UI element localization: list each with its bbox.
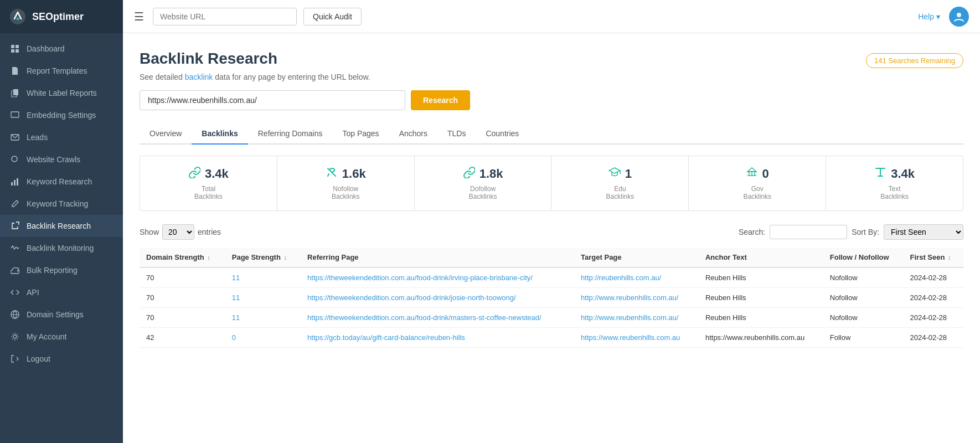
referring-page-link[interactable]: https://theweekendedition.com.au/food-dr… [307,313,541,322]
svg-rect-8 [13,89,18,95]
hamburger-button[interactable]: ☰ [134,10,144,23]
tab-overview[interactable]: Overview [140,123,192,145]
backlink-link[interactable]: backlink [185,73,213,81]
sidebar-item-embedding[interactable]: Embedding Settings [0,104,123,126]
sidebar-item-label: Leads [27,133,48,142]
col-page-strength[interactable]: Page Strength ↕ [225,248,301,267]
tabs: Overview Backlinks Referring Domains Top… [140,123,963,145]
sidebar: SEOptimer Dashboard Report Templates Whi… [0,0,123,443]
referring-page-link[interactable]: https://theweekendedition.com.au/food-dr… [307,274,533,282]
target-page-link[interactable]: http://www.reubenhills.com.au/ [581,293,678,302]
stat-value: 3.4k [837,166,952,182]
sidebar-item-label: Backlink Research [27,222,91,230]
sidebar-item-report-templates[interactable]: Report Templates [0,60,123,82]
svg-rect-18 [17,178,18,186]
sidebar-item-my-account[interactable]: My Account [0,326,123,348]
table-body: 70 11 https://theweekendedition.com.au/f… [140,267,963,348]
stat-total-backlinks: 3.4k TotalBacklinks [140,156,277,210]
user-avatar[interactable] [949,7,969,27]
cell-page-strength: 11 [225,288,301,308]
page-strength-link[interactable]: 11 [232,313,240,322]
sidebar-logo[interactable]: SEOptimer [0,0,123,33]
stat-edu-backlinks: 1 EduBacklinks [551,156,689,210]
sort-select[interactable]: First Seen Domain Strength Page Strength [884,224,963,240]
url-input[interactable] [140,90,405,110]
cell-anchor-text: Reuben Hills [699,308,823,328]
logo-icon [9,8,27,25]
edu-icon [608,166,621,182]
table-search-input[interactable] [770,225,847,239]
tab-tlds[interactable]: TLDs [437,123,476,145]
tab-backlinks[interactable]: Backlinks [192,123,247,145]
research-button[interactable]: Research [411,90,470,110]
svg-rect-17 [14,180,16,186]
monitor-icon [10,110,20,120]
sidebar-item-website-crawls[interactable]: Website Crawls [0,148,123,171]
file-icon [10,66,20,76]
page-title: Backlink Research [140,50,277,68]
referring-page-link[interactable]: https://gcb.today/au/gift-card-balance/r… [307,333,465,342]
entries-select[interactable]: 20 10 50 100 [162,224,194,240]
stat-label: NofollowBacklinks [288,185,403,200]
entries-label: entries [198,228,221,236]
svg-rect-16 [11,182,13,186]
sidebar-item-backlink-research[interactable]: Backlink Research [0,215,123,237]
bar-chart-icon [10,177,20,187]
main-wrapper: ☰ Quick Audit Help ▾ Backlink Research 1… [123,0,980,443]
cell-first-seen: 2024-02-28 [904,308,963,328]
help-label: Help [918,12,934,21]
quick-audit-button[interactable]: Quick Audit [303,8,362,25]
page-strength-link[interactable]: 11 [232,274,240,282]
tab-top-pages[interactable]: Top Pages [332,123,389,145]
cell-referring-page: https://theweekendedition.com.au/food-dr… [301,308,574,328]
svg-marker-32 [747,168,756,172]
svg-rect-28 [749,172,750,176]
svg-line-19 [15,222,19,226]
table-row: 70 11 https://theweekendedition.com.au/f… [140,308,963,328]
svg-rect-5 [16,49,19,53]
cell-anchor-text: Reuben Hills [699,267,823,288]
searches-remaining-badge: 141 Searches Remaining [866,53,963,68]
sidebar-item-white-label[interactable]: White Label Reports [0,82,123,104]
show-label: Show [140,228,159,236]
table-row: 70 11 https://theweekendedition.com.au/f… [140,288,963,308]
col-domain-strength[interactable]: Domain Strength ↕ [140,248,225,267]
sidebar-item-domain-settings[interactable]: Domain Settings [0,303,123,326]
stat-number: 1.8k [479,167,503,181]
sidebar-item-api[interactable]: API [0,281,123,303]
page-strength-link[interactable]: 0 [232,333,236,342]
sidebar-item-keyword-tracking[interactable]: Keyword Tracking [0,193,123,215]
table-controls-right: Search: Sort By: First Seen Domain Stren… [739,224,963,240]
referring-page-link[interactable]: https://theweekendedition.com.au/food-dr… [307,293,516,302]
copy-icon [10,88,20,98]
sidebar-item-bulk-reporting[interactable]: Bulk Reporting [0,259,123,281]
help-button[interactable]: Help ▾ [918,12,940,21]
cell-domain-strength: 42 [140,328,225,348]
cell-target-page: https://www.reubenhills.com.au [574,328,699,348]
svg-point-1 [17,18,19,20]
sidebar-item-backlink-monitoring[interactable]: Backlink Monitoring [0,237,123,259]
sidebar-item-leads[interactable]: Leads [0,126,123,148]
svg-line-15 [17,161,19,163]
search-label: Search: [739,228,765,236]
tab-anchors[interactable]: Anchors [389,123,437,145]
cloud-icon [10,265,20,275]
target-page-link[interactable]: http://www.reubenhills.com.au/ [581,313,678,322]
cell-page-strength: 0 [225,328,301,348]
avatar-icon [953,11,965,23]
svg-rect-30 [754,172,755,176]
stat-text-backlinks: 3.4k TextBacklinks [826,156,963,210]
page-strength-link[interactable]: 11 [232,293,240,302]
sidebar-item-logout[interactable]: Logout [0,348,123,370]
link-icon [188,166,200,182]
tab-countries[interactable]: Countries [476,123,529,145]
target-page-link[interactable]: http://reubenhills.com.au/ [581,274,661,282]
chevron-down-icon: ▾ [936,12,940,21]
tab-referring-domains[interactable]: Referring Domains [248,123,333,145]
sidebar-item-dashboard[interactable]: Dashboard [0,38,123,60]
stat-label: EduBacklinks [563,185,677,200]
target-page-link[interactable]: https://www.reubenhills.com.au [581,333,680,342]
topbar-url-input[interactable] [153,8,297,25]
col-first-seen[interactable]: First Seen ↕ [904,248,963,267]
sidebar-item-keyword-research[interactable]: Keyword Research [0,171,123,193]
